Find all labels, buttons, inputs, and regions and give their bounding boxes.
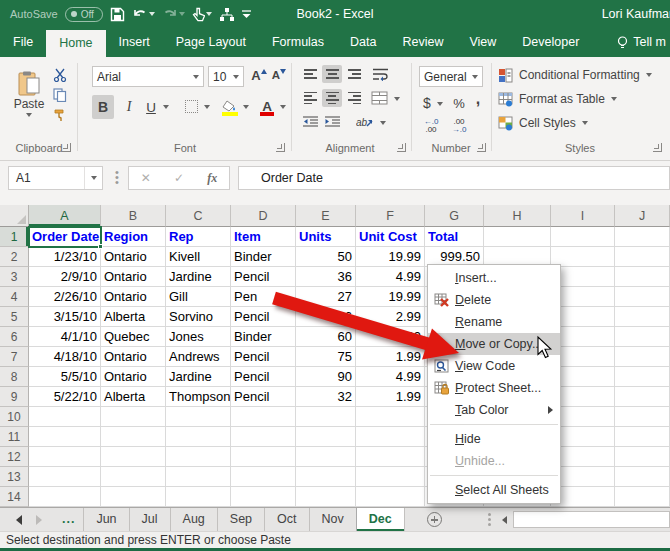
cell-a10[interactable] <box>29 407 101 427</box>
sheet-tab-aug[interactable]: Aug <box>170 508 217 531</box>
alignment-dialog-launcher[interactable] <box>397 143 406 152</box>
cell-j3[interactable] <box>615 267 670 287</box>
row-header-9[interactable]: 9 <box>0 387 29 407</box>
grow-font-button[interactable]: A <box>250 65 268 85</box>
ribbon-tab-file[interactable]: File <box>0 28 46 57</box>
ribbon-tab-insert[interactable]: Insert <box>106 28 163 57</box>
cell-d10[interactable] <box>231 407 296 427</box>
font-name-combo[interactable]: Arial <box>92 66 204 87</box>
row-header-14[interactable]: 14 <box>0 487 29 507</box>
cell-e7[interactable]: 75 <box>296 347 356 367</box>
name-box-dropdown[interactable] <box>84 167 102 189</box>
cell-d8[interactable]: Pencil <box>231 367 296 387</box>
cell-f2[interactable]: 19.99 <box>356 247 425 267</box>
column-header-d[interactable]: D <box>231 205 296 227</box>
cell-f5[interactable]: 2.99 <box>356 307 425 327</box>
cell-a3[interactable]: 2/9/10 <box>29 267 101 287</box>
ribbon-tab-home[interactable]: Home <box>46 30 105 57</box>
cell-f3[interactable]: 4.99 <box>356 267 425 287</box>
cell-e1[interactable]: Units <box>296 227 356 247</box>
sheet-tab-sep[interactable]: Sep <box>217 508 264 531</box>
cell-a1[interactable]: Order Date <box>29 227 101 247</box>
cell-d4[interactable]: Pen <box>231 287 296 307</box>
align-right-button[interactable] <box>344 89 364 107</box>
cell-c3[interactable]: Jardine <box>166 267 231 287</box>
decrease-decimal-button[interactable]: .00 →.0 <box>447 115 471 137</box>
ribbon-tab-review[interactable]: Review <box>389 28 456 57</box>
cell-j5[interactable] <box>615 307 670 327</box>
clipboard-dialog-launcher[interactable] <box>62 143 71 152</box>
sheet-tab-jun[interactable]: Jun <box>83 508 128 531</box>
cell-f10[interactable] <box>356 407 425 427</box>
cell-e10[interactable] <box>296 407 356 427</box>
cell-a6[interactable]: 4/1/10 <box>29 327 101 347</box>
cell-f12[interactable] <box>356 447 425 467</box>
column-header-f[interactable]: F <box>356 205 425 227</box>
column-header-c[interactable]: C <box>166 205 231 227</box>
menu-item-view-code[interactable]: View Code <box>428 355 560 377</box>
wrap-text-button[interactable] <box>370 65 392 83</box>
cell-c5[interactable]: Sorvino <box>166 307 231 327</box>
menu-item-tab-color[interactable]: Tab Color <box>428 399 560 421</box>
cell-c9[interactable]: Thompson <box>166 387 231 407</box>
cell-e4[interactable]: 27 <box>296 287 356 307</box>
ribbon-tab-data[interactable]: Data <box>337 28 389 57</box>
ribbon-tab-developer[interactable]: Developer <box>509 28 592 57</box>
cell-c14[interactable] <box>166 487 231 507</box>
center-button[interactable] <box>322 89 342 107</box>
decrease-indent-button[interactable] <box>300 113 320 131</box>
cell-c7[interactable]: Andrews <box>166 347 231 367</box>
touch-mouse-mode-button[interactable] <box>192 7 212 22</box>
formula-bar-drag-handle[interactable]: ••• <box>115 170 119 186</box>
cell-b5[interactable]: Alberta <box>101 307 166 327</box>
cell-c10[interactable] <box>166 407 231 427</box>
cell-e12[interactable] <box>296 447 356 467</box>
cell-f11[interactable] <box>356 427 425 447</box>
cell-a8[interactable]: 5/5/10 <box>29 367 101 387</box>
row-header-13[interactable]: 13 <box>0 467 29 487</box>
column-header-i[interactable]: I <box>551 205 615 227</box>
increase-indent-button[interactable] <box>322 113 342 131</box>
cell-j6[interactable] <box>615 327 670 347</box>
cell-b1[interactable]: Region <box>101 227 166 247</box>
conditional-formatting-button[interactable]: Conditional Formatting <box>498 65 666 85</box>
cell-a14[interactable] <box>29 487 101 507</box>
menu-item-move-or-copy[interactable]: Move or Copy... <box>428 333 560 355</box>
cell-a9[interactable]: 5/22/10 <box>29 387 101 407</box>
cell-f13[interactable] <box>356 467 425 487</box>
cell-e13[interactable] <box>296 467 356 487</box>
merge-center-button[interactable] <box>368 89 390 107</box>
enter-icon[interactable]: ✓ <box>174 171 184 185</box>
font-color-dropdown-icon[interactable] <box>280 105 286 109</box>
cell-a12[interactable] <box>29 447 101 467</box>
cell-a2[interactable]: 1/23/10 <box>29 247 101 267</box>
cell-j4[interactable] <box>615 287 670 307</box>
sheet-tab-oct[interactable]: Oct <box>264 508 308 531</box>
cell-d1[interactable]: Item <box>231 227 296 247</box>
cell-b9[interactable]: Alberta <box>101 387 166 407</box>
column-header-h[interactable]: H <box>484 205 551 227</box>
next-sheet-icon[interactable] <box>36 515 42 525</box>
styles-dialog-launcher[interactable] <box>653 143 662 152</box>
merge-dropdown-icon[interactable] <box>394 97 400 101</box>
cell-c11[interactable] <box>166 427 231 447</box>
cell-e14[interactable] <box>296 487 356 507</box>
cell-e11[interactable] <box>296 427 356 447</box>
column-header-j[interactable]: J <box>615 205 670 227</box>
menu-item-select-all-sheets[interactable]: Select All Sheets <box>428 479 560 501</box>
cell-e9[interactable]: 32 <box>296 387 356 407</box>
ribbon-tab-formulas[interactable]: Formulas <box>259 28 337 57</box>
sheet-tab-jul[interactable]: Jul <box>129 508 170 531</box>
percent-style-button[interactable]: % <box>450 93 468 113</box>
cell-a11[interactable] <box>29 427 101 447</box>
column-header-b[interactable]: B <box>101 205 166 227</box>
cell-j12[interactable] <box>615 447 670 467</box>
align-left-button[interactable] <box>300 89 320 107</box>
menu-item-hide[interactable]: Hide <box>428 428 560 450</box>
format-as-table-button[interactable]: Format as Table <box>498 89 666 109</box>
cell-b4[interactable]: Ontario <box>101 287 166 307</box>
cell-e3[interactable]: 36 <box>296 267 356 287</box>
font-dialog-launcher[interactable] <box>276 143 285 152</box>
bold-button[interactable]: B <box>92 95 114 119</box>
column-header-g[interactable]: G <box>425 205 484 227</box>
